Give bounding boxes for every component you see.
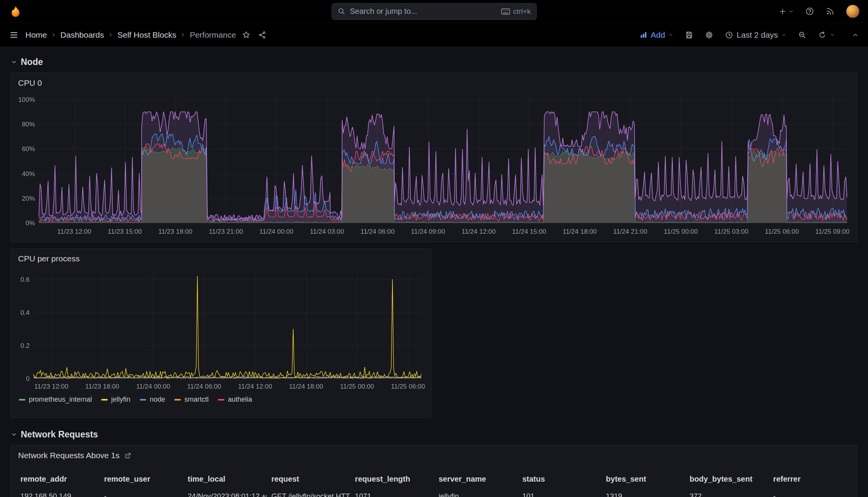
legend-item[interactable]: jellyfin [101,396,130,404]
add-panel-button[interactable]: Add [639,30,673,40]
table-cell: 24/Nov/2023:08:01:12 +0000 [183,488,267,497]
legend-label: smartctl [184,396,209,404]
dashboard-toolbar: Home Dashboards Self Host Blocks Perform… [0,23,868,47]
top-bar: Search or jump to... ctrl+k [0,0,868,23]
column-header[interactable]: remote_addr [16,470,99,488]
new-menu-button[interactable] [778,7,794,16]
grafana-logo[interactable] [8,5,22,18]
row-node[interactable]: Node [11,57,857,67]
collapse-bar-button[interactable] [852,32,859,38]
zoom-out-button[interactable] [798,31,806,39]
table-cell: - [99,488,183,497]
help-icon [805,7,814,16]
chart-legend: prometheus_internaljellyfinnodesmartctla… [11,393,431,407]
table-header-row: remote_addrremote_usertime_localrequestr… [16,470,852,488]
clock-icon [725,31,733,39]
requests-table: remote_addrremote_usertime_localrequestr… [11,470,857,497]
time-range-picker[interactable]: Last 2 days [725,30,786,40]
table-cell: - [769,488,852,497]
chevron-right-icon [108,32,114,38]
column-header[interactable]: referrer [769,470,852,488]
graph-bar-icon [639,31,648,39]
menu-icon [9,30,18,40]
plus-icon [778,7,787,16]
table-cell: 101 [517,488,601,497]
table-row[interactable]: 192.168.50.149-24/Nov/2023:08:01:12 +000… [16,488,852,497]
zoom-out-icon [798,31,806,39]
legend-color-chip [218,399,224,401]
table-cell: 1319 [601,488,685,497]
panel-title-text: CPU per process [18,254,80,263]
panel-title[interactable]: CPU 0 [11,73,857,88]
table-cell: 372 [685,488,768,497]
chevron-down-icon [788,9,794,14]
column-header[interactable]: time_local [183,470,267,488]
panel-cpu0: CPU 0 [11,73,857,242]
rss-icon [826,7,835,16]
panel-network-requests: Network Requests Above 1s remote_addrrem… [11,445,857,497]
cpu0-chart[interactable] [13,89,853,237]
dashboard-canvas: Node CPU 0 CPU per process prometheus_in… [0,57,868,497]
chevron-up-icon [852,32,859,38]
save-dashboard-button[interactable] [685,31,693,39]
search-input[interactable]: Search or jump to... ctrl+k [332,3,537,20]
breadcrumb: Home Dashboards Self Host Blocks Perform… [25,30,236,40]
chevron-down-icon [11,431,17,438]
column-header[interactable]: body_bytes_sent [685,470,768,488]
search-shortcut-label: ctrl+k [513,7,531,16]
column-header[interactable]: request_length [351,470,434,488]
help-button[interactable] [805,7,814,16]
breadcrumb-home[interactable]: Home [25,30,47,40]
legend-item[interactable]: node [140,396,165,404]
legend-item[interactable]: smartctl [174,396,209,404]
keyboard-icon [501,8,510,15]
chevron-right-icon [180,32,186,38]
avatar[interactable] [846,5,860,18]
legend-label: authelia [228,396,252,404]
table-cell: GET /jellyfin/socket HTTP/1.1 [267,488,350,497]
chevron-down-icon [830,32,835,37]
breadcrumb-current: Performance [190,30,236,40]
column-header[interactable]: request [267,470,350,488]
table-cell: 192.168.50.149 [16,488,99,497]
panel-title[interactable]: Network Requests Above 1s [11,445,857,461]
legend-color-chip [101,399,108,401]
panel-title[interactable]: CPU per process [11,249,431,264]
search-placeholder: Search or jump to... [350,7,417,16]
row-network-requests[interactable]: Network Requests [11,429,857,440]
breadcrumb-dashboards[interactable]: Dashboards [60,30,104,40]
star-icon[interactable] [242,31,250,39]
column-header[interactable]: remote_user [99,470,183,488]
dashboard-settings-button[interactable] [705,31,713,39]
cpu-per-process-chart[interactable] [13,265,428,392]
panel-title-text: CPU 0 [18,78,42,88]
external-link-icon[interactable] [124,452,132,459]
legend-color-chip [174,399,181,401]
legend-item[interactable]: authelia [218,396,252,404]
chevron-down-icon [781,32,786,37]
news-button[interactable] [826,7,835,16]
add-panel-label: Add [651,30,665,40]
refresh-button[interactable] [818,31,835,39]
legend-item[interactable]: prometheus_internal [19,396,92,404]
breadcrumb-folder[interactable]: Self Host Blocks [117,30,176,40]
refresh-icon [818,31,826,39]
chevron-right-icon [51,32,57,38]
time-range-label: Last 2 days [737,30,778,40]
legend-label: prometheus_internal [29,396,92,404]
panel-title-text: Network Requests Above 1s [18,451,120,460]
panel-cpu-per-process: CPU per process prometheus_internaljelly… [11,248,431,418]
column-header[interactable]: status [517,470,601,488]
section-title: Node [21,57,43,67]
search-icon [337,7,346,15]
chevron-down-icon [11,59,17,65]
share-icon[interactable] [258,31,267,39]
column-header[interactable]: bytes_sent [601,470,685,488]
section-title: Network Requests [21,429,98,440]
save-icon [685,31,693,39]
mega-menu-button[interactable] [9,30,18,40]
legend-color-chip [19,399,25,401]
table-cell: 1071 [351,488,434,497]
gear-icon [705,31,713,39]
column-header[interactable]: server_name [434,470,517,488]
